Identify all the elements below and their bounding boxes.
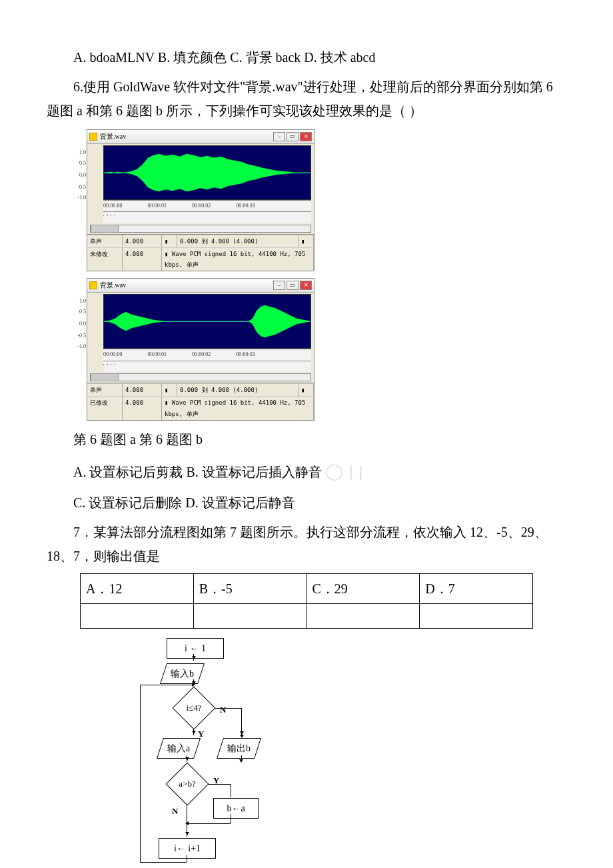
status-length: 4.000 (123, 248, 162, 271)
maximize-icon[interactable] (287, 132, 299, 141)
figure-b-titlebar: 背景.wav (87, 279, 314, 293)
flow-node-increment: i← i+1 (159, 838, 216, 859)
flow-node-output-b: 输出b (217, 738, 261, 759)
status-channel: 单声 (87, 384, 123, 396)
status-length: 4.000 (123, 397, 162, 419)
tick: 00:00:03 (236, 201, 255, 211)
status-modified: 已修改 (87, 397, 123, 419)
minor-ticks: ' ' ' ' (103, 362, 116, 371)
flow-node-input-b: 输入b (160, 663, 205, 684)
figure-b-waveform (103, 294, 311, 349)
tick: 00:00:03 (236, 350, 255, 359)
minor-ticks: ' ' ' ' (103, 213, 116, 222)
status-length: 4.000 (123, 384, 162, 396)
flow-decision-i: i≤4? (173, 687, 215, 729)
close-icon[interactable] (300, 132, 312, 141)
timeline-minor: ' ' ' ' (103, 361, 311, 372)
ylabel: -1.0 (73, 193, 86, 203)
watermark-icon: ◯ | | (325, 462, 364, 480)
timeline: 00:00:00 00:00:01 00:00:02 00:00:03 (103, 200, 311, 211)
ylabel: -0.5 (73, 183, 86, 192)
q6-options-line2: C. 设置标记后删除 D. 设置标记后静音 (47, 491, 566, 515)
tick: 00:00:02 (192, 201, 211, 211)
timeline-minor: ' ' ' ' (103, 211, 311, 223)
blank-cell (306, 603, 420, 628)
app-icon (89, 281, 97, 289)
status-icon: ▮ (162, 384, 177, 396)
blank-cell (420, 603, 533, 628)
figure-a-titlebar: 背景.wav (87, 130, 314, 144)
tick: 00:00:01 (147, 201, 166, 211)
q6-options-line1: A. 设置标记后剪裁 B. 设置标记后插入静音 ◯ | | (47, 457, 566, 485)
status-range: 0.000 到 4.000 (4.000) (177, 235, 299, 247)
table-row: A．12 B．-5 C．29 D．7 (81, 573, 533, 603)
flow-decision-ab: a>b? (167, 763, 208, 805)
q6-caption: 第 6 题图 a 第 6 题图 b (47, 427, 566, 451)
ylabel: -0.5 (73, 331, 86, 341)
flow-node-assign: b←a (213, 798, 259, 819)
minimize-icon[interactable] (273, 281, 285, 290)
tick: 00:00:01 (147, 350, 166, 359)
status-format: ▮ Wave PCM signed 16 bit, 44100 Hz, 705 … (162, 397, 314, 419)
tick: 00:00:00 (103, 350, 122, 359)
ylabel: -1.0 (73, 342, 86, 351)
q6-figures: 背景.wav 1.0 0.5 0.0 -0.5 -1.0 00:00:00 (87, 129, 566, 421)
figure-b-status: 单声 4.000 ▮ 0.000 到 4.000 (4.000) ▮ 已修改 4… (87, 383, 314, 420)
close-icon[interactable] (300, 281, 312, 290)
figure-a-status: 单声 4.000 ▮ 0.000 到 4.000 (4.000) ▮ 未修改 4… (87, 234, 314, 271)
scrollbar[interactable] (90, 373, 311, 381)
timeline: 00:00:00 00:00:01 00:00:02 00:00:03 (103, 349, 311, 360)
ylabel: 0.5 (73, 307, 86, 317)
figure-a-window: 背景.wav 1.0 0.5 0.0 -0.5 -1.0 00:00:00 (87, 129, 314, 271)
label-y: Y (213, 773, 219, 788)
status-modified: 未修改 (87, 248, 123, 271)
minimize-icon[interactable] (273, 132, 285, 141)
figure-b-window: 背景.wav 1.0 0.5 0.0 -0.5 -1.0 00:00:00 (87, 278, 314, 420)
table-row (81, 603, 533, 628)
q7-opt-b: B．-5 (193, 573, 306, 603)
maximize-icon[interactable] (287, 281, 299, 290)
figure-a-waveform (103, 145, 311, 200)
figure-b-title: 背景.wav (100, 279, 126, 291)
status-icon: ▮ (299, 235, 314, 247)
blank-cell (81, 603, 194, 628)
q7-opt-c: C．29 (306, 573, 420, 603)
q6-stem: 6.使用 GoldWave 软件对文件"背景.wav"进行处理，处理前后的部分界… (47, 75, 566, 123)
ylabel: 0.0 (73, 319, 86, 329)
ylabel: 0.5 (73, 159, 86, 168)
tick: 00:00:02 (192, 350, 211, 359)
scrollbar[interactable] (90, 225, 311, 233)
status-icon: ▮ (162, 235, 177, 247)
status-length: 4.000 (123, 235, 162, 247)
figure-a-title: 背景.wav (100, 131, 126, 143)
flow-node-input-a: 输入a (157, 738, 201, 759)
blank-cell (193, 603, 306, 628)
q7-answer-table: A．12 B．-5 C．29 D．7 (80, 573, 533, 629)
q6-opt-ab: A. 设置标记后剪裁 B. 设置标记后插入静音 (73, 465, 322, 479)
status-range: 0.000 到 4.000 (4.000) (177, 384, 299, 396)
tick: 00:00:00 (103, 201, 122, 211)
ylabel: 1.0 (73, 297, 86, 306)
q7-opt-d: D．7 (420, 573, 533, 603)
app-icon (89, 133, 97, 141)
status-icon: ▮ (299, 384, 314, 396)
q7-stem: 7．某算法部分流程图如第 7 题图所示。执行这部分流程，依次输入 12、-5、2… (47, 520, 566, 568)
q7-flowchart: i ← 1 输入b i≤4? N Y 输入a 输出b a>b? Y N b←a (120, 638, 273, 868)
status-channel: 单声 (87, 235, 123, 247)
label-n: N (172, 803, 178, 819)
label-n: N (220, 702, 226, 717)
q5-options: A. bdoaMLNV B. 填充颜色 C. 背景 back D. 技术 abc… (47, 45, 566, 69)
ylabel: 1.0 (73, 148, 86, 157)
q7-opt-a: A．12 (81, 573, 194, 603)
ylabel: 0.0 (73, 171, 86, 180)
status-format: ▮ Wave PCM signed 16 bit, 44100 Hz, 705 … (162, 248, 314, 271)
